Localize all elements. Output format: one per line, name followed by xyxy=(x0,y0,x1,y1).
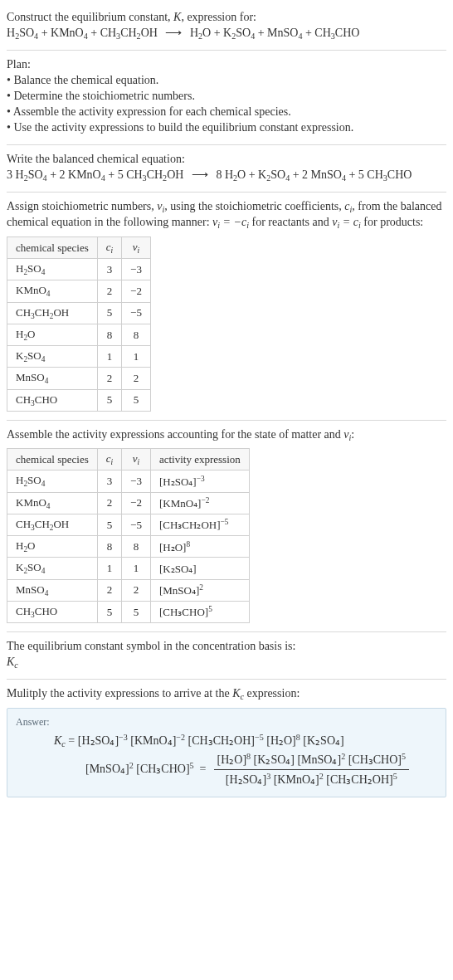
cell-activity: [MnSO₄]2 xyxy=(150,579,249,601)
cell-ci: 1 xyxy=(97,346,121,368)
table-row: H2O88[H₂O]8 xyxy=(7,536,250,558)
cell-ci: 5 xyxy=(97,601,121,622)
assign-text: , using the stoichiometric coefficients, xyxy=(164,200,344,212)
cell-species: K2SO4 xyxy=(7,558,98,579)
table-row: KMnO42−2[KMnO₄]−2 xyxy=(7,492,250,514)
multiply-section: Mulitply the activity expressions to arr… xyxy=(7,686,446,702)
cell-species: K2SO4 xyxy=(7,346,98,368)
term-exp: 2 xyxy=(129,761,134,770)
cell-ci: 1 xyxy=(97,558,121,579)
divider xyxy=(7,420,446,421)
assign-text: for products: xyxy=(361,216,423,228)
symbol-K: K xyxy=(173,11,181,23)
assemble-section: Assemble the activity expressions accoun… xyxy=(7,427,446,443)
plan-item: • Use the activity expressions to build … xyxy=(7,120,446,136)
term-exp: 5 xyxy=(190,761,194,770)
divider xyxy=(7,631,446,632)
fraction-denominator: [H₂SO₄]3 [KMnO₄]2 [CH₃CH₂OH]5 xyxy=(214,770,410,788)
plan-item-text: Assemble the activity expression for eac… xyxy=(13,105,291,118)
term: [CH₃CH₂OH] xyxy=(188,734,255,747)
col-nui: νi xyxy=(122,236,151,258)
cell-species: H2SO4 xyxy=(7,470,98,492)
relation: νi = ci xyxy=(332,216,361,228)
assign-section: Assign stoichiometric numbers, νi, using… xyxy=(7,199,446,232)
cell-species: H2O xyxy=(7,324,98,345)
cell-ci: 5 xyxy=(97,389,121,411)
assemble-text: : xyxy=(351,428,354,441)
answer-label: Answer: xyxy=(16,715,437,729)
plan-item: • Assemble the activity expression for e… xyxy=(7,105,446,120)
activity-table: chemical species ci νi activity expressi… xyxy=(7,448,250,623)
multiply-text: Mulitply the activity expressions to arr… xyxy=(7,687,232,700)
cell-species: CH3CH2OH xyxy=(7,514,98,535)
cell-nui: 1 xyxy=(122,346,151,368)
table-row: MnSO422 xyxy=(7,368,151,389)
col-activity: activity expression xyxy=(150,449,249,470)
c-symbol: ci xyxy=(344,200,352,212)
col-species: chemical species xyxy=(7,236,98,258)
cell-ci: 5 xyxy=(97,302,121,324)
balanced-equation: 3 H2SO4 + 2 KMnO4 + 5 CH3CH2OH ⟶ 8 H2O +… xyxy=(7,168,446,183)
cell-activity: [CH₃CHO]5 xyxy=(150,601,249,622)
cell-species: MnSO4 xyxy=(7,579,98,601)
cell-nui: −3 xyxy=(122,470,151,492)
cell-nui: 1 xyxy=(122,558,151,579)
divider xyxy=(7,679,446,680)
prompt-text-pre: Construct the equilibrium constant, xyxy=(7,11,173,23)
prompt: Construct the equilibrium constant, K, e… xyxy=(7,10,446,41)
cell-nui: −5 xyxy=(122,514,151,535)
balanced-section: Write the balanced chemical equation: 3 … xyxy=(7,152,446,183)
divider xyxy=(7,144,446,145)
fraction: [H₂O]8 [K₂SO₄] [MnSO₄]2 [CH₃CHO]5 [H₂SO₄… xyxy=(214,751,410,788)
col-nui: νi xyxy=(122,449,151,470)
answer-box: Answer: Kc = [H₂SO₄]−3 [KMnO₄]−2 [CH₃CH₂… xyxy=(7,708,446,797)
table-header-row: chemical species ci νi activity expressi… xyxy=(7,449,250,470)
divider xyxy=(7,50,446,51)
assemble-text: Assemble the activity expressions accoun… xyxy=(7,428,343,441)
cell-activity: [K₂SO₄] xyxy=(150,558,249,579)
cell-species: KMnO4 xyxy=(7,280,98,302)
col-ci: ci xyxy=(97,236,121,258)
assign-text: Assign stoichiometric numbers, xyxy=(7,200,157,212)
cell-nui: 2 xyxy=(122,579,151,601)
stoich-table: chemical species ci νi H2SO43−3 KMnO42−2… xyxy=(7,236,151,412)
arrow-icon: ⟶ xyxy=(160,27,187,39)
table-row: CH3CH2OH5−5[CH₃CH₂OH]−5 xyxy=(7,514,250,535)
table-header-row: chemical species ci νi xyxy=(7,236,151,258)
cell-species: CH3CHO xyxy=(7,601,98,622)
cell-ci: 2 xyxy=(97,280,121,302)
cell-species: CH3CH2OH xyxy=(7,302,98,324)
answer-expression: Kc = [H₂SO₄]−3 [KMnO₄]−2 [CH₃CH₂OH]−5 [H… xyxy=(16,732,437,788)
assign-text: for reactants and xyxy=(249,216,332,228)
cell-species: MnSO4 xyxy=(7,368,98,389)
term: [K₂SO₄] xyxy=(303,734,343,747)
cell-ci: 3 xyxy=(97,259,121,280)
cell-nui: −2 xyxy=(122,280,151,302)
multiply-text: expression: xyxy=(244,687,300,700)
cell-activity: [CH₃CH₂OH]−5 xyxy=(150,514,249,535)
cell-activity: [H₂O]8 xyxy=(150,536,249,558)
col-ci: ci xyxy=(97,449,121,470)
cell-nui: −3 xyxy=(122,259,151,280)
cell-nui: 8 xyxy=(122,536,151,558)
cell-nui: 5 xyxy=(122,389,151,411)
cell-species: H2SO4 xyxy=(7,259,98,280)
term-exp: −2 xyxy=(176,733,185,742)
term-exp: 8 xyxy=(296,733,300,742)
table-row: KMnO42−2 xyxy=(7,280,151,302)
cell-ci: 3 xyxy=(97,470,121,492)
table-row: CH3CHO55[CH₃CHO]5 xyxy=(7,601,250,622)
nu-symbol: νi xyxy=(343,428,351,441)
cell-species: H2O xyxy=(7,536,98,558)
kc-symbol: Kc xyxy=(7,655,446,670)
plan-item: • Balance the chemical equation. xyxy=(7,73,446,89)
term: [KMnO₄] xyxy=(130,734,176,747)
plan-item-text: Balance the chemical equation. xyxy=(13,74,158,86)
table-row: H2O88 xyxy=(7,324,151,345)
col-species: chemical species xyxy=(7,449,98,470)
table-row: H2SO43−3 xyxy=(7,259,151,280)
cell-nui: −5 xyxy=(122,302,151,324)
arrow-icon: ⟶ xyxy=(187,168,213,181)
kc-symbol: Kc xyxy=(232,687,244,700)
plan-title: Plan: xyxy=(7,57,446,73)
